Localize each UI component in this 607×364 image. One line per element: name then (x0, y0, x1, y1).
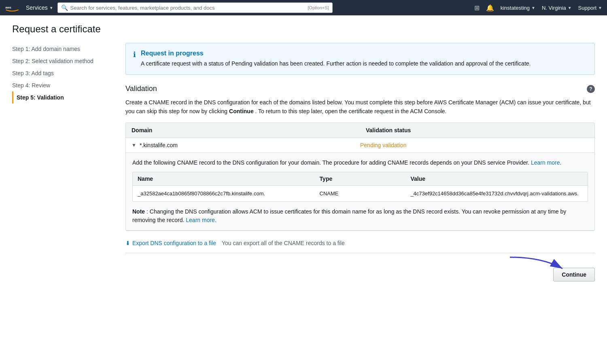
sidebar-item-step2[interactable]: Step 2: Select validation method (12, 55, 117, 67)
export-label: Export DNS configuration to a file (132, 240, 216, 246)
bell-icon[interactable]: 🔔 (486, 4, 494, 12)
wizard-sidebar: Step 1: Add domain names Step 2: Select … (12, 43, 125, 286)
page-title: Request a certificate (12, 23, 595, 35)
cname-learn-more-link[interactable]: Learn more. (531, 159, 561, 166)
cname-col-value: Value (405, 172, 588, 185)
user-chevron: ▼ (531, 6, 535, 10)
cname-inner-table: Name Type Value _a32582ae4ca1b0865f80708… (132, 172, 588, 202)
step4-label: Step 4: Review (12, 82, 50, 89)
domain-name: *.kinstalife.com (140, 142, 178, 148)
sidebar-item-step1[interactable]: Step 1: Add domain names (12, 43, 117, 55)
validation-status: Pending validation (360, 142, 589, 148)
export-dns-link[interactable]: ⬇ Export DNS configuration to a file (125, 240, 216, 246)
nav-right-area: ⊞ 🔔 kinstatesting ▼ N. Virginia ▼ Suppor… (474, 4, 602, 12)
info-box-body: Request in progress A certificate reques… (141, 50, 531, 68)
desc-continue-bold: Continue (229, 108, 254, 114)
info-text: A certificate request with a status of P… (141, 59, 531, 68)
page-title-area: Request a certificate (0, 15, 607, 35)
domain-name-cell: ▼ *.kinstalife.com (132, 142, 360, 148)
region-chevron: ▼ (568, 6, 572, 10)
info-box: ℹ Request in progress A certificate requ… (125, 43, 595, 75)
cname-desc-text: Add the following CNAME record to the DN… (132, 159, 529, 166)
cname-name-cell: _a32582ae4ca1b0865f80708866c2c7fb.kinsta… (133, 186, 315, 202)
cname-description: Add the following CNAME record to the DN… (132, 159, 588, 167)
step3-label: Step 3: Add tags (12, 70, 54, 76)
cname-table-header: Name Type Value (133, 172, 588, 186)
note-learn-more-link[interactable]: Learn more. (186, 217, 216, 223)
col-status: Validation status (360, 123, 594, 138)
step5-label: Step 5: Validation (17, 94, 64, 101)
services-chevron: ▼ (49, 6, 53, 10)
note-label: Note (132, 208, 145, 215)
top-navigation: aws Services ▼ 🔍 [Option+S] ⊞ 🔔 kinstate… (0, 0, 607, 15)
content-area: ℹ Request in progress A certificate requ… (125, 43, 595, 286)
export-row: ⬇ Export DNS configuration to a file You… (125, 234, 595, 246)
main-container: Step 1: Add domain names Step 2: Select … (0, 35, 607, 294)
region-menu[interactable]: N. Virginia ▼ (542, 5, 572, 11)
cname-data-row: _a32582ae4ca1b0865f80708866c2c7fb.kinsta… (133, 186, 588, 202)
search-input[interactable] (70, 5, 306, 11)
step1-label: Step 1: Add domain names (12, 46, 80, 52)
note-text: Note : Changing the DNS configuration al… (132, 207, 588, 224)
region-label: N. Virginia (542, 5, 566, 11)
support-label: Support (578, 5, 597, 11)
info-title: Request in progress (141, 50, 531, 57)
svg-text:aws: aws (5, 6, 11, 9)
aws-logo[interactable]: aws (5, 3, 19, 13)
domain-table-header: Domain Validation status (126, 123, 594, 138)
support-menu[interactable]: Support ▼ (578, 5, 602, 11)
cname-value-cell: _4c73ef92c14658dd36ca85e4fe31732d.chvvfd… (405, 186, 588, 202)
footer-actions: Continue (125, 260, 595, 286)
domain-row-main: ▼ *.kinstalife.com Pending validation (126, 138, 594, 152)
user-menu[interactable]: kinstatesting ▼ (501, 5, 535, 11)
cname-section: Add the following CNAME record to the DN… (126, 152, 594, 231)
desc-part2: . To return to this step later, open the… (255, 108, 447, 114)
global-search-bar[interactable]: 🔍 [Option+S] (57, 2, 333, 13)
download-icon: ⬇ (125, 240, 130, 246)
info-icon: ℹ (133, 50, 136, 68)
help-icon[interactable]: ? (587, 85, 595, 93)
cname-type-cell: CNAME (315, 186, 406, 202)
support-chevron: ▼ (598, 6, 602, 10)
grid-icon[interactable]: ⊞ (474, 4, 480, 12)
validation-title: Validation (125, 85, 157, 93)
sidebar-item-step4[interactable]: Step 4: Review (12, 79, 117, 91)
sidebar-item-step5[interactable]: Step 5: Validation (12, 91, 117, 104)
export-description: You can export all of the CNAME records … (222, 240, 345, 246)
search-icon: 🔍 (61, 4, 68, 11)
cname-col-name: Name (133, 172, 315, 185)
domain-row: ▼ *.kinstalife.com Pending validation Ad… (126, 138, 594, 231)
username: kinstatesting (501, 5, 530, 11)
expand-chevron[interactable]: ▼ (132, 142, 136, 148)
services-label: Services (26, 4, 48, 11)
validation-description: Create a CNAME record in the DNS configu… (125, 98, 595, 116)
arrow-indicator (506, 253, 571, 273)
step2-label: Step 2: Select validation method (12, 58, 93, 64)
domain-table: Domain Validation status ▼ *.kinstalife.… (125, 123, 595, 231)
sidebar-item-step3[interactable]: Step 3: Add tags (12, 67, 117, 79)
search-shortcut: [Option+S] (308, 5, 329, 10)
col-domain: Domain (126, 123, 360, 138)
nav-services-menu[interactable]: Services ▼ (26, 4, 53, 11)
cname-col-type: Type (315, 172, 406, 185)
validation-section-header: Validation ? (125, 85, 595, 93)
